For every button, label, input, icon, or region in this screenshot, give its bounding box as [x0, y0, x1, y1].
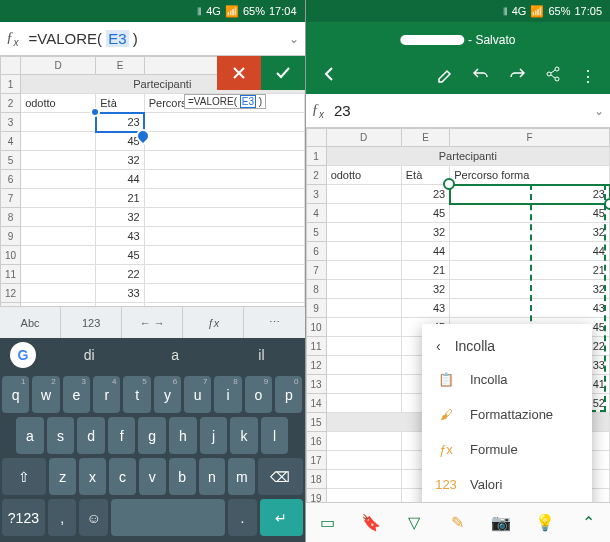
- google-icon[interactable]: G: [10, 342, 36, 368]
- titlebar: - Salvato: [306, 22, 611, 58]
- space-key[interactable]: [111, 499, 225, 536]
- key-e[interactable]: e3: [63, 376, 90, 413]
- key-q[interactable]: q1: [2, 376, 29, 413]
- back-icon[interactable]: ‹: [436, 338, 441, 354]
- key-f[interactable]: f: [108, 417, 136, 454]
- network-label: 4G: [206, 5, 221, 17]
- col-f[interactable]: F: [450, 129, 610, 147]
- mode-arrows[interactable]: ← →: [122, 307, 183, 338]
- signal-icon: 📶: [530, 5, 544, 18]
- key-p[interactable]: p0: [275, 376, 302, 413]
- period-key[interactable]: .: [228, 499, 257, 536]
- top-toolbar: ⋮: [306, 58, 611, 94]
- format-button[interactable]: [436, 65, 454, 87]
- attach-icon[interactable]: 🔖: [356, 513, 386, 532]
- back-button[interactable]: [320, 65, 338, 87]
- col-e[interactable]: E: [401, 129, 449, 147]
- more-button[interactable]: ⋮: [580, 67, 596, 86]
- key-s[interactable]: s: [47, 417, 75, 454]
- key-v[interactable]: v: [139, 458, 166, 495]
- paste-item-values[interactable]: 123Valori: [422, 467, 592, 502]
- key-t[interactable]: t5: [123, 376, 150, 413]
- keyboard-mode-bar: Abc 123 ← → ƒx ⋯: [0, 306, 305, 338]
- cancel-button[interactable]: [217, 56, 261, 90]
- confirm-button[interactable]: [261, 56, 305, 90]
- key-a[interactable]: a: [16, 417, 44, 454]
- svg-point-0: [547, 72, 551, 76]
- col-d[interactable]: D: [326, 129, 401, 147]
- symbols-key[interactable]: ?123: [2, 499, 45, 536]
- share-button[interactable]: [544, 65, 562, 87]
- expand-icon[interactable]: ⌃: [573, 513, 603, 532]
- battery-label: 65%: [243, 5, 265, 17]
- paste-menu-header[interactable]: ‹ Incolla: [422, 330, 592, 362]
- paste-menu: ‹ Incolla 📋Incolla 🖌Formattazione ƒxForm…: [422, 324, 592, 502]
- key-i[interactable]: i8: [214, 376, 241, 413]
- suggestion-1[interactable]: di: [46, 347, 132, 363]
- mode-abc[interactable]: Abc: [0, 307, 61, 338]
- suggestion-3[interactable]: il: [218, 347, 304, 363]
- active-cell[interactable]: 23: [96, 113, 144, 132]
- fx-label: ƒx: [312, 101, 325, 120]
- col-d[interactable]: D: [21, 57, 96, 75]
- key-z[interactable]: z: [49, 458, 76, 495]
- key-d[interactable]: d: [77, 417, 105, 454]
- chevron-down-icon[interactable]: ⌄: [594, 104, 604, 118]
- suggestion-2[interactable]: a: [132, 347, 218, 363]
- formula-bar[interactable]: ƒx =VALORE( E3 ) ⌄: [0, 22, 305, 56]
- vibrate-icon: ⫴: [197, 5, 202, 18]
- mode-fx[interactable]: ƒx: [183, 307, 244, 338]
- ideas-icon[interactable]: 💡: [530, 513, 560, 532]
- mode-123[interactable]: 123: [61, 307, 122, 338]
- key-y[interactable]: y6: [154, 376, 181, 413]
- clock: 17:04: [269, 5, 297, 17]
- highlight-icon[interactable]: ✎: [443, 513, 473, 532]
- brush-icon: 🖌: [436, 407, 456, 422]
- comma-key[interactable]: ,: [48, 499, 77, 536]
- key-n[interactable]: n: [199, 458, 226, 495]
- key-k[interactable]: k: [230, 417, 258, 454]
- paste-item-paste[interactable]: 📋Incolla: [422, 362, 592, 397]
- keyboard: q1w2e3r4t5y6u7i8o9p0 asdfghjkl ⇧ zxcvbnm…: [0, 372, 305, 542]
- formula-bar[interactable]: ƒx 23 ⌄: [306, 94, 611, 128]
- formula-actions: [217, 56, 305, 90]
- undo-button[interactable]: [472, 65, 490, 87]
- file-title[interactable]: - Salvato: [400, 33, 515, 47]
- chevron-down-icon[interactable]: ⌄: [289, 32, 299, 46]
- paste-item-formulas[interactable]: ƒxFormule: [422, 432, 592, 467]
- key-g[interactable]: g: [138, 417, 166, 454]
- vibrate-icon: ⫴: [503, 5, 508, 18]
- key-w[interactable]: w2: [32, 376, 59, 413]
- status-bar: ⫴ 4G 📶 65% 17:05: [306, 0, 611, 22]
- phone-right: ⫴ 4G 📶 65% 17:05 - Salvato ⋮ ƒx 23 ⌄ DEF…: [306, 0, 611, 542]
- paste-menu-title: Incolla: [455, 338, 495, 354]
- key-x[interactable]: x: [79, 458, 106, 495]
- enter-key[interactable]: ↵: [260, 499, 303, 536]
- key-j[interactable]: j: [200, 417, 228, 454]
- spreadsheet[interactable]: DEF 1Partecipanti2odottoEtàPercorso form…: [306, 128, 611, 502]
- phone-left: ⫴ 4G 📶 65% 17:04 ƒx =VALORE( E3 ) ⌄ DEF …: [0, 0, 306, 542]
- key-r[interactable]: r4: [93, 376, 120, 413]
- sheet-tab-icon[interactable]: ▭: [312, 513, 342, 532]
- backspace-key[interactable]: ⌫: [258, 458, 302, 495]
- formula-text[interactable]: 23: [334, 102, 594, 119]
- key-m[interactable]: m: [228, 458, 255, 495]
- paste-item-formatting[interactable]: 🖌Formattazione: [422, 397, 592, 432]
- filter-icon[interactable]: ▽: [399, 513, 429, 532]
- clipboard-icon: 📋: [436, 372, 456, 387]
- key-b[interactable]: b: [169, 458, 196, 495]
- fx-label: ƒx: [6, 29, 19, 48]
- mode-more[interactable]: ⋯: [244, 307, 304, 338]
- key-u[interactable]: u7: [184, 376, 211, 413]
- shift-key[interactable]: ⇧: [2, 458, 46, 495]
- key-l[interactable]: l: [261, 417, 289, 454]
- emoji-key[interactable]: ☺: [79, 499, 108, 536]
- spreadsheet[interactable]: DEF 1Partecipanti 2odottoEtàPercorso for…: [0, 56, 305, 306]
- col-e[interactable]: E: [96, 57, 144, 75]
- redo-button[interactable]: [508, 65, 526, 87]
- key-h[interactable]: h: [169, 417, 197, 454]
- formula-text[interactable]: =VALORE( E3 ): [29, 30, 289, 47]
- camera-icon[interactable]: 📷: [486, 513, 516, 532]
- key-o[interactable]: o9: [245, 376, 272, 413]
- key-c[interactable]: c: [109, 458, 136, 495]
